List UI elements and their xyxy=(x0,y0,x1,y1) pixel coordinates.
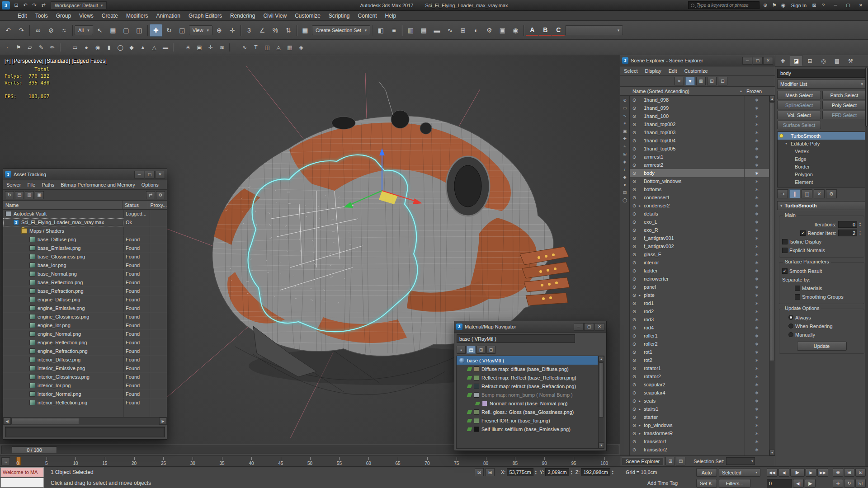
track-bar[interactable]: ≈ 05101520253035404550556065707580859095… xyxy=(0,455,620,466)
menu-item[interactable]: Edit xyxy=(665,68,681,74)
frozen-icon[interactable] xyxy=(744,283,769,291)
edit-named-selection-sets-icon[interactable]: ▦ xyxy=(299,24,311,37)
previous-key-icon[interactable]: ◀| xyxy=(793,479,804,488)
render-c-icon[interactable]: C xyxy=(552,25,565,36)
asset-tracking-titlebar[interactable]: 3 Asset Tracking xyxy=(3,169,167,180)
frozen-icon[interactable] xyxy=(744,372,769,380)
rendered-frame-icon[interactable]: ▣ xyxy=(496,24,509,37)
scene-object-row[interactable]: ▸ 1hand_top005 xyxy=(630,145,769,153)
minimize-button[interactable] xyxy=(574,323,584,331)
view-details-icon[interactable]: ▥ xyxy=(25,191,34,199)
visibility-icon[interactable] xyxy=(630,122,639,127)
frozen-icon[interactable] xyxy=(744,413,769,421)
filter-containers-icon[interactable]: ◆ xyxy=(622,174,628,180)
object-name-field[interactable]: body xyxy=(777,69,866,78)
update-button[interactable]: Update xyxy=(797,342,847,351)
pin-stack-icon[interactable]: ⊸ xyxy=(777,189,788,198)
toolbar-separator[interactable] xyxy=(146,23,149,37)
help-icon[interactable]: ? xyxy=(819,1,828,9)
undo-icon[interactable]: ↶ xyxy=(21,1,30,9)
selection-filter-dropdown[interactable]: All xyxy=(75,25,93,35)
menu-item[interactable]: Options xyxy=(138,182,162,188)
scene-explorer-tab[interactable]: Scene Explorer xyxy=(622,457,664,465)
frozen-icon[interactable] xyxy=(744,250,769,258)
spinner-icon[interactable] xyxy=(612,470,614,475)
lock-icon[interactable]: ⊠ xyxy=(696,77,706,85)
visibility-icon[interactable] xyxy=(630,98,639,103)
explorer-settings-icon[interactable]: ▤ xyxy=(676,457,685,465)
select-and-move-icon[interactable]: ✚ xyxy=(150,24,162,37)
remove-modifier-icon[interactable]: ✕ xyxy=(814,189,825,198)
view-small-icons-icon[interactable]: ▪ xyxy=(457,346,466,354)
snaps-toggle-icon[interactable]: 3 xyxy=(243,24,255,37)
material-editor-icon[interactable]: ◐ xyxy=(470,24,482,37)
visibility-icon[interactable] xyxy=(630,252,639,257)
horizontal-scrollbar[interactable]: ◀ ▶ xyxy=(3,417,167,425)
scene-object-row[interactable]: ▸ rod3 xyxy=(630,315,769,324)
frozen-icon[interactable] xyxy=(744,446,769,454)
maxscript-mini-listener[interactable]: Welcome to MA xyxy=(0,467,44,477)
frozen-icon[interactable] xyxy=(744,128,769,136)
filter-helpers-icon[interactable]: ✚ xyxy=(622,136,628,142)
visibility-icon[interactable] xyxy=(630,220,639,225)
frozen-icon[interactable] xyxy=(744,226,769,234)
filter-layers-icon[interactable]: ▤ xyxy=(622,189,628,196)
save-icon[interactable]: ⊡ xyxy=(12,1,21,9)
menu-item[interactable]: Paths xyxy=(38,182,57,188)
menu-item[interactable]: Content xyxy=(354,11,381,21)
expand-arrow-icon[interactable]: ▸ xyxy=(639,204,644,208)
visibility-icon[interactable] xyxy=(630,407,639,412)
frozen-icon[interactable] xyxy=(744,389,769,397)
frozen-icon[interactable] xyxy=(744,210,769,218)
external-icon[interactable]: ⊠ xyxy=(810,1,819,9)
scene-object-row[interactable]: ▸ stairs1 xyxy=(630,405,769,413)
time-slider-button[interactable]: 0 / 100 xyxy=(12,446,57,453)
info-icon[interactable]: ▣ xyxy=(35,191,44,199)
asset-row[interactable]: Maps / Shaders xyxy=(3,227,167,235)
notifications-icon[interactable]: ⚑ xyxy=(770,1,779,9)
bind-to-space-warp-icon[interactable]: ≈ xyxy=(58,24,71,37)
mirror-icon[interactable]: ◧ xyxy=(374,24,387,37)
scene-object-row[interactable]: ▸ rotator2 xyxy=(630,372,769,380)
maximize-button[interactable] xyxy=(145,171,155,178)
frozen-icon[interactable] xyxy=(744,405,769,413)
redo-icon[interactable]: ↷ xyxy=(30,1,39,9)
render-production-icon[interactable]: ◉ xyxy=(509,24,522,37)
scene-object-row[interactable]: ▸ plate xyxy=(630,291,769,299)
visibility-icon[interactable] xyxy=(630,171,639,176)
modifier-stack-row[interactable]: ▾ TurboSmooth xyxy=(778,132,866,140)
rectangular-selection-icon[interactable]: ▢ xyxy=(120,24,132,37)
scene-object-row[interactable]: ▸ armrest2 xyxy=(630,161,769,169)
visibility-icon[interactable] xyxy=(630,179,639,184)
scroll-up-icon[interactable]: ▲ xyxy=(599,356,604,362)
toolbar-separator[interactable] xyxy=(239,23,242,37)
toolbar-separator[interactable] xyxy=(401,23,404,37)
material-tree-item[interactable]: Reflect map: Reflect (base_Reflection.pn… xyxy=(457,373,598,382)
frozen-icon[interactable] xyxy=(744,348,769,356)
visibility-icon[interactable] xyxy=(630,301,639,306)
set-key-button[interactable]: Set K. xyxy=(696,479,717,488)
select-and-link-icon[interactable]: ∞ xyxy=(32,24,44,37)
expand-arrow-icon[interactable]: ▸ xyxy=(639,407,644,411)
scene-object-row[interactable]: ▸ condenser1 xyxy=(630,193,769,202)
menu-item[interactable]: Animation xyxy=(152,11,184,21)
toolbar-separator[interactable] xyxy=(295,23,298,37)
select-and-manipulate-icon[interactable]: ✛ xyxy=(226,24,239,37)
material-tree-item[interactable]: Fresnel IOR: ior (base_Ior.png) xyxy=(457,416,598,425)
scene-object-row[interactable]: ▸ glass_F xyxy=(630,250,769,258)
frozen-icon[interactable] xyxy=(744,185,769,193)
minimize-button[interactable] xyxy=(134,171,144,178)
nurbs-icon[interactable]: ◈ xyxy=(296,42,307,53)
scroll-down-icon[interactable]: ▼ xyxy=(599,442,604,448)
scrollbar-thumb[interactable] xyxy=(11,418,79,424)
scene-object-row[interactable]: ▸ seats xyxy=(630,397,769,405)
sync-icon[interactable]: ⇄ xyxy=(146,191,155,199)
asset-row[interactable]: base_Reflection.png Found xyxy=(3,278,167,287)
material-tree-item[interactable]: Diffuse map: diffuse (base_Diffuse.png) xyxy=(457,365,598,373)
schematic-view-icon[interactable]: ⊞ xyxy=(457,24,469,37)
helper-icon[interactable]: ✛ xyxy=(205,42,216,53)
scene-object-row[interactable]: ▸ roller2 xyxy=(630,340,769,348)
view-list-icon[interactable]: ▤ xyxy=(15,191,24,199)
render-b-icon[interactable]: B xyxy=(539,25,552,36)
configure-sets-icon[interactable]: ⚙ xyxy=(826,189,837,198)
